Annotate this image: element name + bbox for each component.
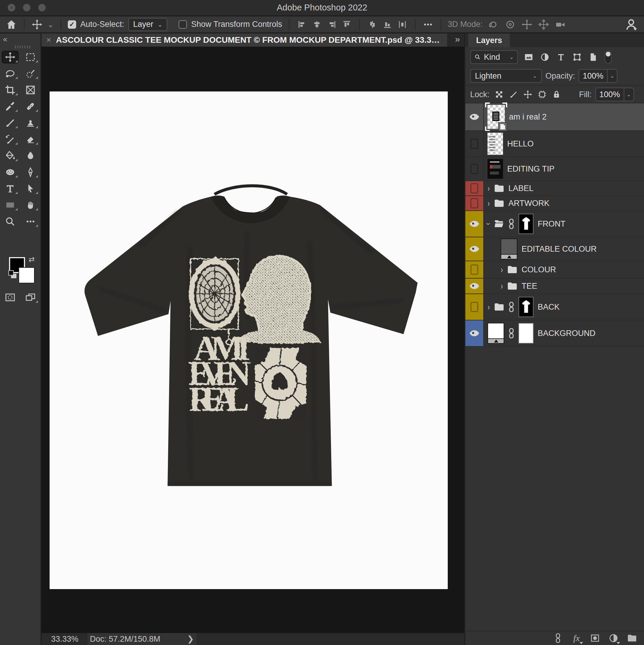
layer-mask-thumbnail[interactable] (519, 323, 534, 344)
frame-tool[interactable] (22, 84, 39, 96)
clone-stamp-tool[interactable] (22, 117, 39, 129)
layer-thumbnail[interactable] (488, 133, 503, 155)
filter-smart-objects-icon[interactable] (588, 52, 599, 62)
filter-type-layers-icon[interactable] (556, 52, 566, 62)
blend-mode-dropdown[interactable]: Lighten ⌄ (470, 69, 542, 83)
auto-select-target-dropdown[interactable]: Layer ⌄ (128, 18, 167, 31)
background-color-swatch[interactable] (19, 267, 35, 283)
lasso-tool[interactable] (2, 67, 19, 80)
healing-brush-tool[interactable] (22, 100, 39, 113)
chevron-down-icon[interactable]: ⌄ (47, 20, 54, 29)
document-tab[interactable]: × ASCOLOUR CLASSIC TEE MOCKUP DOCUMENT ©… (41, 33, 447, 47)
layer-mask-thumbnail[interactable] (519, 297, 534, 317)
tools-drag-grip[interactable] (15, 45, 32, 48)
layer-row-back-group[interactable]: › BACK (465, 294, 644, 320)
layer-name[interactable]: am i real 2 (509, 113, 547, 122)
3d-slide-icon[interactable] (538, 19, 550, 30)
layer-row-background[interactable]: BACKGROUND (465, 320, 644, 347)
layer-name[interactable]: ARTWORK (509, 199, 550, 208)
filter-shape-layers-icon[interactable] (572, 52, 583, 62)
doc-size-indicator[interactable]: Doc: 57.2M/150.8M ❯ (87, 633, 197, 645)
visibility-eye-icon[interactable] (465, 278, 484, 293)
canvas[interactable]: AM I EVEN REAL (41, 47, 464, 633)
layer-row-tee-group[interactable]: › TEE (465, 278, 644, 294)
layer-row-label-group[interactable]: › LABEL (465, 181, 644, 196)
mask-link-icon[interactable] (509, 219, 514, 229)
expand-chevron-icon[interactable]: › (488, 198, 490, 208)
crop-tool[interactable] (2, 84, 19, 96)
lock-pixels-icon[interactable] (509, 90, 518, 99)
collapse-tools-icon[interactable]: « (3, 35, 8, 44)
lock-all-icon[interactable] (552, 90, 561, 99)
3d-pan-icon[interactable] (521, 19, 533, 30)
shape-tool[interactable] (2, 199, 19, 211)
home-icon[interactable] (5, 19, 17, 30)
visibility-eye-icon[interactable] (465, 211, 484, 237)
show-transform-controls-checkbox[interactable] (179, 20, 187, 29)
move-tool-preset-icon[interactable] (31, 19, 43, 30)
align-right-edges-button[interactable] (326, 19, 338, 30)
filter-adjustment-layers-icon[interactable] (540, 52, 550, 62)
zoom-tool[interactable] (2, 215, 19, 228)
align-vertical-centers-button[interactable] (366, 19, 378, 30)
fill-layer-thumbnail[interactable] (501, 238, 517, 259)
3d-orbit-icon[interactable] (488, 19, 500, 30)
expand-chevron-icon[interactable]: › (501, 281, 503, 291)
blur-tool[interactable] (22, 150, 39, 162)
visibility-eye-icon[interactable] (465, 237, 484, 261)
zoom-window-button[interactable] (38, 4, 46, 11)
more-align-options-button[interactable] (422, 19, 434, 30)
visibility-checkbox-empty[interactable] (465, 196, 484, 210)
3d-roll-icon[interactable] (504, 19, 516, 30)
lock-transparency-icon[interactable] (495, 90, 504, 99)
link-layers-icon[interactable] (553, 633, 563, 644)
3d-camera-icon[interactable] (554, 19, 566, 30)
screen-mode-button[interactable] (22, 291, 39, 304)
layer-row-colour-group[interactable]: › COLOUR (465, 261, 644, 278)
layer-name[interactable]: FRONT (538, 219, 566, 229)
layer-name[interactable]: HELLO (507, 139, 534, 149)
layer-thumbnail[interactable] (488, 159, 503, 179)
type-tool[interactable] (2, 182, 19, 195)
hand-tool[interactable] (22, 199, 39, 211)
move-tool[interactable] (2, 51, 19, 63)
swap-colors-icon[interactable]: ⇄ (29, 255, 35, 264)
filter-toggle-switch[interactable] (605, 50, 612, 64)
layer-row-front-group[interactable]: › FRONT (465, 211, 644, 237)
align-top-edges-button[interactable] (341, 19, 353, 30)
layer-row-hello[interactable]: HELLO (465, 131, 644, 157)
align-left-edges-button[interactable] (296, 19, 308, 30)
mask-link-icon[interactable] (509, 302, 514, 312)
history-brush-tool[interactable] (2, 133, 19, 146)
layer-row-artwork-group[interactable]: › ARTWORK (465, 196, 644, 211)
dodge-tool[interactable] (2, 166, 19, 178)
expand-chevron-icon[interactable]: › (488, 183, 490, 193)
visibility-checkbox-empty[interactable] (465, 131, 484, 157)
layer-name[interactable]: COLOUR (522, 265, 556, 274)
auto-select-checkbox[interactable] (68, 20, 76, 29)
layer-name[interactable]: TEE (522, 281, 537, 291)
close-tab-icon[interactable]: × (46, 35, 51, 45)
eraser-tool[interactable] (22, 133, 39, 146)
visibility-checkbox-empty[interactable] (465, 294, 484, 320)
filter-kind-dropdown[interactable]: Kind ⌄ (470, 50, 518, 64)
fill-field[interactable]: 100% ⌄ (595, 87, 634, 101)
zoom-level[interactable]: 33.33% (41, 635, 87, 644)
layer-style-fx-icon[interactable]: fx (571, 633, 582, 644)
distribute-horizontal-button[interactable] (396, 19, 408, 30)
layer-name[interactable]: BACK (538, 302, 560, 312)
layer-mask-thumbnail[interactable] (519, 214, 534, 234)
lock-artboard-icon[interactable] (537, 90, 547, 99)
visibility-eye-icon[interactable] (465, 103, 484, 130)
layer-name[interactable]: BACKGROUND (538, 329, 596, 338)
minimize-window-button[interactable] (23, 4, 30, 11)
align-bottom-edges-button[interactable] (381, 19, 393, 30)
expand-chevron-icon[interactable]: › (501, 264, 503, 275)
close-window-button[interactable] (8, 4, 15, 11)
layer-thumbnail[interactable] (488, 105, 505, 129)
tab-overflow-chevron-icon[interactable]: » (455, 33, 464, 47)
layer-name[interactable]: EDITING TIP (507, 164, 555, 174)
new-adjustment-layer-icon[interactable] (608, 633, 619, 644)
collapse-chevron-icon[interactable]: › (484, 223, 494, 225)
pen-tool[interactable] (22, 166, 39, 178)
